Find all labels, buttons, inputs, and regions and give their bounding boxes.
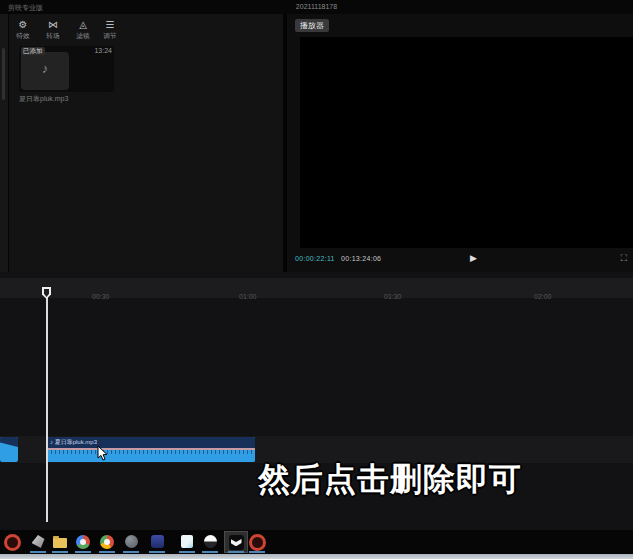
ruler-tick-label: 01:00: [239, 293, 257, 300]
tab-effects-label: 特效: [11, 31, 36, 40]
taskbar: [0, 530, 633, 554]
transitions-icon: ⋈: [40, 19, 66, 31]
play-icon: ▶: [470, 253, 477, 263]
scrollbar-thumb[interactable]: [2, 48, 5, 100]
folder-icon[interactable]: [52, 534, 68, 550]
running-indicator: [99, 551, 115, 553]
music-app-icon[interactable]: [202, 534, 218, 550]
running-indicator: [52, 551, 68, 553]
running-indicator: [228, 551, 244, 553]
gray-app-icon[interactable]: [123, 534, 139, 550]
filters-icon: ◬: [70, 19, 96, 31]
tab-effects[interactable]: ⚙ 特效: [10, 19, 36, 45]
media-filename: 夏日靠pluk.mp3: [19, 94, 68, 104]
ruler-tick-label: 00:30: [92, 293, 110, 300]
tab-adjust-label: 调节: [98, 31, 123, 40]
running-indicator: [30, 551, 46, 553]
tab-filters[interactable]: ◬ 滤镜: [70, 19, 96, 45]
running-indicator: [75, 551, 91, 553]
timeline-ruler[interactable]: 00:30 01:00 01:30 02:00: [0, 278, 633, 298]
video-viewport: [300, 37, 633, 248]
playhead-line[interactable]: [46, 288, 48, 522]
upper-workspace: ⚙ 特效 ⋈ 转场 ◬ 滤镜 ☰ 调节 ♪ 已添加 13:24: [0, 14, 633, 272]
mouse-cursor-icon: [97, 446, 109, 466]
app-window: 剪映专业版 20211118178 ⚙ 特效 ⋈ 转场 ◬ 滤镜 ☰ 调节: [0, 0, 633, 559]
fullscreen-button[interactable]: ⛶: [621, 253, 627, 264]
added-badge: 已添加: [21, 47, 45, 55]
audio-clip-main[interactable]: ♪ 夏日靠pluk.mp3: [47, 437, 255, 462]
tab-transitions-label: 转场: [41, 31, 66, 40]
preview-panel: 播放器 00:00:22:11 00:13:24:06 ▶ ⛶: [287, 14, 633, 272]
audio-clip-fragment[interactable]: [0, 437, 18, 462]
jianying-logo-icon: [229, 535, 244, 550]
playhead-handle-inner: [44, 289, 49, 297]
preview-controls: 00:00:22:11 00:13:24:06 ▶ ⛶: [287, 250, 633, 268]
waveform-shape: [0, 437, 18, 447]
preview-header-tab: 播放器: [295, 19, 329, 32]
effects-icon: ⚙: [10, 19, 36, 31]
adjust-icon: ☰: [97, 19, 123, 31]
timecode: 00:00:22:11 00:13:24:06: [295, 255, 381, 262]
music-note-icon: ♪: [50, 439, 53, 445]
media-library-panel: ⚙ 特效 ⋈ 转场 ◬ 滤镜 ☰ 调节 ♪ 已添加 13:24: [9, 14, 283, 272]
timeline-panel: 00:30 01:00 01:30 02:00 ♪ 夏日靠pluk.mp3: [0, 272, 633, 530]
play-button[interactable]: ▶: [470, 253, 477, 263]
jianying-app-icon-active[interactable]: [224, 531, 248, 553]
music-note-icon: ♪: [21, 61, 69, 76]
tab-adjust[interactable]: ☰ 调节: [97, 19, 123, 45]
media-item-card[interactable]: ♪ 已添加 13:24: [19, 46, 114, 92]
ruler-tick-label: 01:30: [384, 293, 402, 300]
left-edge-strip: [0, 14, 9, 272]
tab-transitions[interactable]: ⋈ 转场: [40, 19, 66, 45]
recorder-icon-2[interactable]: [249, 534, 265, 550]
document-title: 20211118178: [0, 3, 633, 10]
running-indicator: [123, 551, 139, 553]
blue-app-icon[interactable]: [149, 534, 165, 550]
explorer-app-icon[interactable]: [30, 534, 46, 550]
timecode-total: 00:13:24:06: [341, 255, 381, 262]
running-indicator: [249, 551, 265, 553]
timecode-current: 00:00:22:11: [295, 255, 335, 262]
subtitle-text: 然后点击删除即可: [258, 458, 522, 502]
running-indicator: [202, 551, 218, 553]
fullscreen-icon: ⛶: [621, 253, 627, 263]
clip-waveform-body: [47, 450, 255, 462]
media-duration: 13:24: [94, 47, 112, 54]
title-bar: 剪映专业版 20211118178: [0, 0, 633, 14]
recorder-icon[interactable]: [4, 534, 20, 550]
clip-header: ♪ 夏日靠pluk.mp3: [47, 437, 255, 448]
browser-multicolor-icon[interactable]: [75, 534, 91, 550]
browser-warm-icon[interactable]: [99, 534, 115, 550]
media-thumbnail: ♪: [21, 52, 69, 90]
screen-bottom-strip: [0, 554, 633, 559]
notes-app-icon[interactable]: [179, 534, 195, 550]
running-indicator: [149, 551, 165, 553]
tab-filters-label: 滤镜: [71, 31, 96, 40]
ruler-tick-label: 02:00: [534, 293, 552, 300]
clip-label: 夏日靠pluk.mp3: [55, 439, 97, 445]
running-indicator: [179, 551, 195, 553]
